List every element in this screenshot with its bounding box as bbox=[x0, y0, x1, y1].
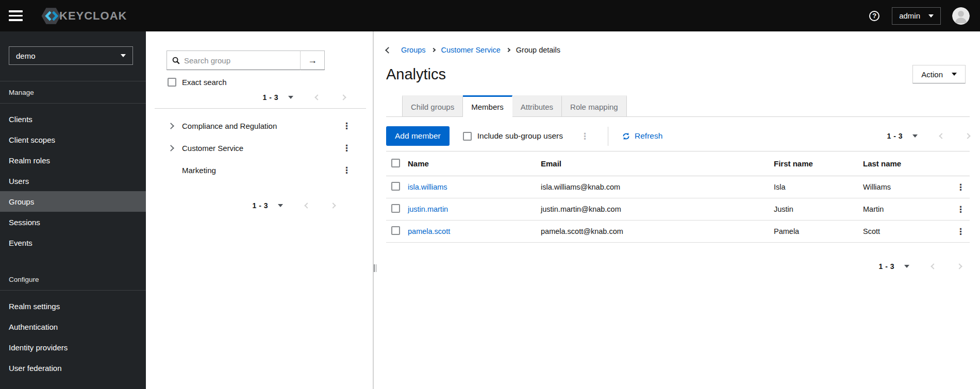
column-header-first-name: First name bbox=[770, 151, 859, 176]
group-search-box bbox=[167, 50, 300, 70]
sidebar-item-identity-providers[interactable]: Identity providers bbox=[0, 337, 146, 358]
pagination-prev-button[interactable] bbox=[304, 202, 310, 208]
group-name[interactable]: Customer Service bbox=[182, 144, 243, 153]
refresh-button[interactable]: Refresh bbox=[622, 131, 662, 141]
breadcrumb-groups-link[interactable]: Groups bbox=[401, 46, 426, 54]
tabs: Child groups Members Attributes Role map… bbox=[386, 95, 970, 117]
member-name-link[interactable]: pamela.scott bbox=[408, 227, 450, 235]
pagination-prev-button[interactable] bbox=[314, 94, 320, 100]
page-title: Analytics bbox=[386, 66, 446, 83]
panel-resize-handle[interactable] bbox=[374, 264, 376, 272]
group-search-submit-button[interactable]: → bbox=[300, 50, 325, 70]
sidebar-item-realm-roles[interactable]: Realm roles bbox=[0, 150, 146, 171]
include-subgroup-checkbox[interactable] bbox=[463, 132, 472, 141]
row-checkbox[interactable] bbox=[391, 226, 400, 235]
pagination-options-toggle[interactable] bbox=[278, 204, 283, 207]
help-icon[interactable]: ? bbox=[869, 11, 879, 21]
group-tree-item[interactable]: Customer Service ⋮ bbox=[146, 137, 373, 159]
sidebar-item-sessions[interactable]: Sessions bbox=[0, 212, 146, 232]
table-row: pamela.scott pamela.scott@knab.com Pamel… bbox=[386, 221, 970, 243]
breadcrumb-customer-service-link[interactable]: Customer Service bbox=[441, 46, 501, 54]
member-name-link[interactable]: justin.martin bbox=[408, 205, 448, 213]
sidebar-nav: demo Manage Clients Client scopes Realm … bbox=[0, 31, 146, 389]
kebab-menu-icon[interactable]: ⋮ bbox=[580, 132, 589, 141]
user-dropdown[interactable]: admin bbox=[892, 7, 941, 25]
pagination-range: 1 - 3 bbox=[252, 201, 268, 210]
pagination-options-toggle[interactable] bbox=[288, 96, 293, 99]
member-name-link[interactable]: isla.williams bbox=[408, 183, 447, 191]
group-tree-panel: → Exact search 1 - 3 Compliance and Regu… bbox=[146, 31, 373, 389]
sidebar-item-label: User federation bbox=[9, 364, 62, 373]
chevron-down-icon bbox=[121, 54, 126, 57]
include-subgroup-option: Include sub-group users bbox=[463, 131, 563, 141]
refresh-label: Refresh bbox=[635, 131, 662, 141]
kebab-menu-icon[interactable]: ⋮ bbox=[342, 166, 351, 175]
pagination-range: 1 - 3 bbox=[878, 262, 894, 270]
brand-text: KEYCLOAK bbox=[59, 9, 127, 23]
kebab-menu-icon[interactable]: ⋮ bbox=[342, 122, 351, 130]
tab-role-mapping[interactable]: Role mapping bbox=[562, 95, 627, 117]
expand-chevron-icon[interactable] bbox=[168, 123, 174, 129]
expand-chevron-icon[interactable] bbox=[168, 145, 174, 151]
sidebar-item-realm-settings[interactable]: Realm settings bbox=[0, 296, 146, 316]
pagination-prev-button[interactable] bbox=[931, 263, 936, 269]
realm-selector[interactable]: demo bbox=[9, 46, 133, 65]
sidebar-item-user-federation[interactable]: User federation bbox=[0, 358, 146, 378]
chevron-down-icon bbox=[928, 14, 934, 18]
select-all-checkbox[interactable] bbox=[391, 159, 400, 167]
breadcrumb: Groups Customer Service Group details bbox=[386, 46, 970, 54]
table-row: isla.williams isla.williams@knab.com Isl… bbox=[386, 176, 970, 198]
sidebar-item-groups[interactable]: Groups bbox=[0, 191, 146, 212]
group-tree-item[interactable]: Compliance and Regulation ⋮ bbox=[146, 115, 373, 137]
tab-child-groups[interactable]: Child groups bbox=[402, 95, 463, 117]
title-row: Analytics Action bbox=[386, 65, 970, 83]
masthead: KEYCLOAK ? admin bbox=[0, 0, 980, 31]
pagination-options-toggle[interactable] bbox=[912, 134, 918, 138]
tab-members[interactable]: Members bbox=[463, 95, 512, 117]
avatar[interactable] bbox=[952, 7, 970, 25]
tabs-lead-spacer bbox=[386, 95, 402, 117]
pagination-next-button[interactable] bbox=[965, 133, 970, 139]
sidebar-item-client-scopes[interactable]: Client scopes bbox=[0, 129, 146, 150]
row-checkbox[interactable] bbox=[391, 182, 400, 191]
keycloak-logo-icon bbox=[41, 7, 61, 25]
search-icon bbox=[172, 57, 180, 64]
sidebar-item-label: Identity providers bbox=[9, 343, 68, 352]
kebab-menu-icon[interactable]: ⋮ bbox=[956, 204, 965, 214]
group-name[interactable]: Marketing bbox=[182, 166, 216, 175]
nav-list-manage: Clients Client scopes Realm roles Users … bbox=[0, 104, 146, 253]
kebab-menu-icon[interactable]: ⋮ bbox=[342, 144, 351, 153]
pagination-options-toggle[interactable] bbox=[904, 265, 909, 268]
member-first-name: Pamela bbox=[770, 221, 859, 243]
sidebar-item-users[interactable]: Users bbox=[0, 171, 146, 191]
add-member-button[interactable]: Add member bbox=[386, 126, 450, 146]
tab-attributes[interactable]: Attributes bbox=[512, 95, 562, 117]
table-header-row: Name Email First name Last name bbox=[386, 151, 970, 176]
exact-search-checkbox[interactable] bbox=[168, 78, 176, 87]
group-name[interactable]: Compliance and Regulation bbox=[182, 122, 277, 130]
pagination-next-button[interactable] bbox=[956, 263, 962, 269]
sidebar-item-clients[interactable]: Clients bbox=[0, 109, 146, 129]
member-first-name: Isla bbox=[770, 176, 859, 198]
tabs-trail-spacer bbox=[627, 95, 970, 117]
row-checkbox[interactable] bbox=[391, 204, 400, 213]
pagination-prev-button[interactable] bbox=[939, 133, 944, 139]
kebab-menu-icon[interactable]: ⋮ bbox=[956, 226, 965, 236]
group-search-input[interactable] bbox=[184, 56, 296, 65]
toolbar-divider bbox=[608, 127, 608, 146]
hamburger-menu-button[interactable] bbox=[9, 10, 23, 21]
kebab-menu-icon[interactable]: ⋮ bbox=[956, 182, 965, 192]
sidebar-item-authentication[interactable]: Authentication bbox=[0, 316, 146, 337]
sidebar-item-events[interactable]: Events bbox=[0, 232, 146, 253]
group-tree-item[interactable]: Marketing ⋮ bbox=[146, 159, 373, 181]
pagination-next-button[interactable] bbox=[330, 202, 336, 208]
pagination-range: 1 - 3 bbox=[262, 93, 278, 102]
members-pagination-top: 1 - 3 bbox=[887, 132, 970, 140]
pagination-range: 1 - 3 bbox=[887, 132, 903, 140]
pagination-next-button[interactable] bbox=[340, 94, 346, 100]
sidebar-item-label: Realm roles bbox=[9, 156, 50, 165]
group-search: → bbox=[167, 50, 373, 70]
action-dropdown-button[interactable]: Action bbox=[912, 65, 966, 83]
back-chevron-icon[interactable] bbox=[385, 47, 392, 54]
group-details-page: Groups Customer Service Group details An… bbox=[374, 31, 980, 389]
